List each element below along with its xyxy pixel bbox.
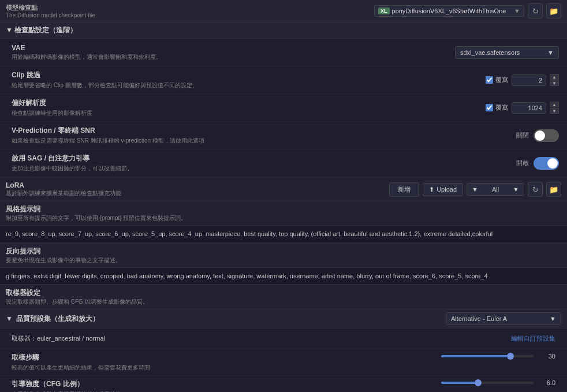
header: 模型檢查點 The Diffusion model checkpoint fil… [0,0,567,23]
clip-checkbox-label[interactable]: 覆寫 [486,76,508,84]
resolution-desc: 檢查點訓練時使用的影像解析度 [12,109,432,117]
steps-desc: 較高的值可以產生更精細的結果，但需要花費更多時間 [12,364,284,372]
filter-label: All [492,186,499,193]
lora-upload-button[interactable]: ⬆ Upload [423,183,463,196]
resolution-right: 覆寫 ▲ ▼ [432,102,559,114]
style-prompt-header: 風格提示詞 附加至所有提示詞的文字，可以使用 {prompt} 預留位置來包裝提… [0,201,567,226]
lora-title-wrap: LoRA 基於額外訓練來擴展某範圍的檢查點擴充功能 [6,181,121,197]
refresh-button[interactable]: ↻ [528,3,543,18]
lora-filter-dropdown[interactable]: ▼ All ▼ [467,183,524,196]
sampler-title: 取樣器設定 [6,288,148,298]
lora-title: LoRA [6,181,121,189]
cfg-slider-wrap: 6.0 [284,379,555,386]
sag-right: 開啟 [432,157,559,170]
sag-desc: 更加注意影像中較困難的部分，可以改善細節。 [12,165,432,173]
vprediction-toggle-off-label: 關閉 [516,131,529,140]
vprediction-row: V-Prediction / 零終端 SNR 如果檢查點是需要導終端 SNR 雜… [0,122,567,150]
checkpoint-settings-section: ▼ 檢查點設定（進階） VAE 用於編碼和解碼影像的模型，通常會影響飽和度和銳利… [0,23,567,178]
model-select[interactable]: XL ponyDiffusionV6XL_v6StartWithThisOne … [374,5,524,17]
resolution-checkbox-label[interactable]: 覆寫 [486,103,508,112]
lora-controls: 新增 ⬆ Upload ▼ All ▼ ↻ 📁 [389,182,561,197]
quality-preset-header[interactable]: ▼ 品質預設集（生成和放大） Alternative - Euler A ▼ [0,309,567,328]
steps-label-wrap: 取樣步驟 較高的值可以產生更精細的結果，但需要花費更多時間 [12,353,284,372]
vprediction-desc: 如果檢查點是需要導終端 SNR 雜訊排程的 v-prediction 模型，請啟… [12,137,432,145]
vprediction-toggle-wrap: 關閉 [516,129,559,142]
sampler-sub-row: 取樣器：euler_ancestral / normal 編輯自訂預設集 [0,328,567,349]
checkpoint-settings-title: ▼ 檢查點設定（進階） [6,25,77,35]
vprediction-left: V-Prediction / 零終端 SNR 如果檢查點是需要導終端 SNR 雜… [12,126,432,145]
lora-section: LoRA 基於額外訓練來擴展某範圍的檢查點擴充功能 新增 ⬆ Upload ▼ … [0,178,567,201]
clip-left: Clip 跳過 給尾層要省略的 Clip 圖層數，部分檢查點可能偏好與預設值不同… [12,70,432,89]
sag-toggle[interactable] [534,157,559,170]
vae-dropdown-chevron-icon: ▼ [547,49,554,56]
clip-spinner-up[interactable]: ▲ [550,74,559,80]
checkpoint-settings-header[interactable]: ▼ 檢查點設定（進階） [0,23,567,39]
vae-row: VAE 用於編碼和解碼影像的模型，通常會影響飽和度和銳利度。 sdxl_vae.… [0,39,567,66]
quality-preset-dropdown-chevron-icon: ▼ [550,315,556,322]
quality-preset-chevron-icon: ▼ [6,315,13,323]
vprediction-right: 關閉 [432,129,559,142]
cfg-slider-track[interactable] [441,382,534,384]
model-name: ponyDiffusionV6XL_v6StartWithThisOne [392,8,512,14]
negative-prompt-text[interactable]: g fingers, extra digit, fewer digits, cr… [0,268,567,285]
vae-left: VAE 用於編碼和解碼影像的模型，通常會影響飽和度和銳利度。 [12,44,432,61]
sampler-desc: 設定取樣器類型、步驟和 CFG 以調整生成影像的品質。 [6,298,148,306]
lora-refresh-button[interactable]: ↻ [528,182,543,197]
style-prompt-text[interactable]: re_9, score_8_up, score_7_up, score_6_up… [0,226,567,243]
style-prompt-desc: 附加至所有提示詞的文字，可以使用 {prompt} 預留位置來包裝提示詞。 [6,214,561,222]
lora-folder-button[interactable]: 📁 [546,182,561,197]
resolution-label: 偏好解析度 [12,98,432,108]
sag-row: 啟用 SAG / 自注意力引導 更加注意影像中較困難的部分，可以改善細節。 開啟 [0,150,567,177]
cfg-slider-fill [441,382,478,384]
lora-new-button[interactable]: 新增 [389,182,419,197]
page-subtitle: The Diffusion model checkpoint file [6,12,95,18]
sag-toggle-wrap: 開啟 [516,157,559,170]
clip-row: Clip 跳過 給尾層要省略的 Clip 圖層數，部分檢查點可能偏好與預設值不同… [0,66,567,94]
resolution-left: 偏好解析度 檢查點訓練時使用的影像解析度 [12,98,432,117]
clip-checkbox[interactable] [486,76,493,84]
upload-label: Upload [437,186,457,193]
negative-prompt-title: 反向提示詞 [6,247,561,256]
resolution-number-input[interactable] [512,102,546,114]
clip-spinner-down[interactable]: ▼ [550,80,559,86]
quality-preset-title-text: 品質預設集（生成和放大） [16,314,99,324]
quality-preset-dropdown-value: Alternative - Euler A [451,315,507,322]
sag-toggle-knob [547,158,558,169]
resolution-spinner-down[interactable]: ▼ [550,108,559,114]
vae-desc: 用於編碼和解碼影像的模型，通常會影響飽和度和銳利度。 [12,53,432,61]
steps-slider-track[interactable] [441,355,534,357]
negative-prompt-header: 反向提示詞 要避免出現在生成影像中的事物之文字描述。 [0,244,567,268]
filter-chevron-icon: ▼ [513,186,519,193]
sag-left: 啟用 SAG / 自注意力引導 更加注意影像中較困難的部分，可以改善細節。 [12,154,432,173]
vae-dropdown-value: sdxl_vae.safetensors [460,49,520,56]
cfg-row: 引導強度（CFG 比例） 表示影像生成與文字提示詞的相符程度的值 6.0 [0,376,567,392]
clip-right: 覆寫 2 ▲ ▼ [432,74,559,86]
folder-button[interactable]: 📁 [546,3,561,18]
resolution-spinner-up[interactable]: ▲ [550,102,559,107]
cfg-label-wrap: 引導強度（CFG 比例） 表示影像生成與文字提示詞的相符程度的值 [12,379,284,392]
steps-slider-fill [441,355,510,357]
main-container: 模型檢查點 The Diffusion model checkpoint fil… [0,0,567,392]
sag-label: 啟用 SAG / 自注意力引導 [12,154,432,163]
quality-preset-dropdown[interactable]: Alternative - Euler A ▼ [446,312,561,325]
sampler-sub-right: 編輯自訂預設集 [428,334,555,343]
style-prompt-section: 風格提示詞 附加至所有提示詞的文字，可以使用 {prompt} 預留位置來包裝提… [0,201,567,244]
clip-number-input[interactable]: 2 [512,74,546,86]
resolution-checkbox[interactable] [486,104,493,111]
checkpoint-settings-content: VAE 用於編碼和解碼影像的模型，通常會影響飽和度和銳利度。 sdxl_vae.… [0,39,567,177]
cfg-label: 引導強度（CFG 比例） [12,379,284,389]
resolution-spinners: ▲ ▼ [550,102,559,114]
edit-preset-button[interactable]: 編輯自訂預設集 [511,334,555,343]
steps-slider-thumb [507,353,514,360]
sag-toggle-on-label: 開啟 [516,159,529,167]
clip-desc: 給尾層要省略的 Clip 圖層數，部分檢查點可能偏好與預設值不同的設定。 [12,81,432,89]
resolution-row: 偏好解析度 檢查點訓練時使用的影像解析度 覆寫 ▲ ▼ [0,94,567,122]
vae-right: sdxl_vae.safetensors ▼ [432,46,559,59]
style-prompt-title: 風格提示詞 [6,204,561,214]
vae-dropdown[interactable]: sdxl_vae.safetensors ▼ [455,46,559,59]
upload-icon: ⬆ [429,186,434,193]
vprediction-toggle[interactable] [534,129,559,142]
quality-preset-section: ▼ 品質預設集（生成和放大） Alternative - Euler A ▼ 取… [0,309,567,392]
resolution-checkbox-text: 覆寫 [495,103,508,112]
clip-spinners: ▲ ▼ [550,74,559,86]
